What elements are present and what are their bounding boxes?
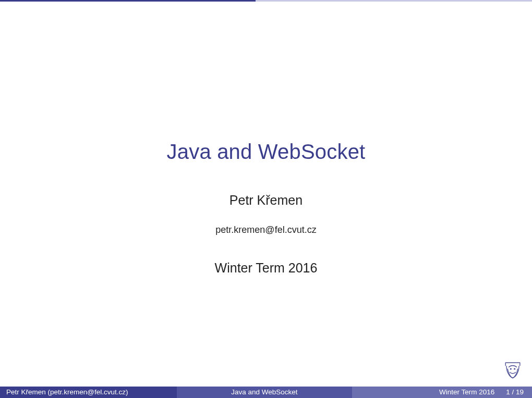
slide-title: Java and WebSocket: [167, 140, 366, 164]
footer-right: Winter Term 2016 1 / 19: [352, 387, 532, 398]
footer-bar: Petr Křemen (petr.kremen@fel.cvut.cz) Ja…: [0, 387, 532, 398]
svg-point-1: [514, 368, 515, 370]
footer-author: Petr Křemen (petr.kremen@fel.cvut.cz): [0, 387, 177, 398]
slide-author: Petr Křemen: [229, 193, 303, 208]
cvut-lion-logo-icon: [501, 358, 525, 382]
footer-page: 1 / 19: [506, 387, 524, 398]
slide-email: petr.kremen@fel.cvut.cz: [215, 225, 316, 235]
svg-point-0: [510, 368, 512, 370]
slide-body: Java and WebSocket Petr Křemen petr.krem…: [0, 0, 532, 384]
footer-title: Java and WebSocket: [177, 387, 353, 398]
slide-term: Winter Term 2016: [215, 260, 318, 276]
footer-term: Winter Term 2016: [439, 387, 494, 398]
